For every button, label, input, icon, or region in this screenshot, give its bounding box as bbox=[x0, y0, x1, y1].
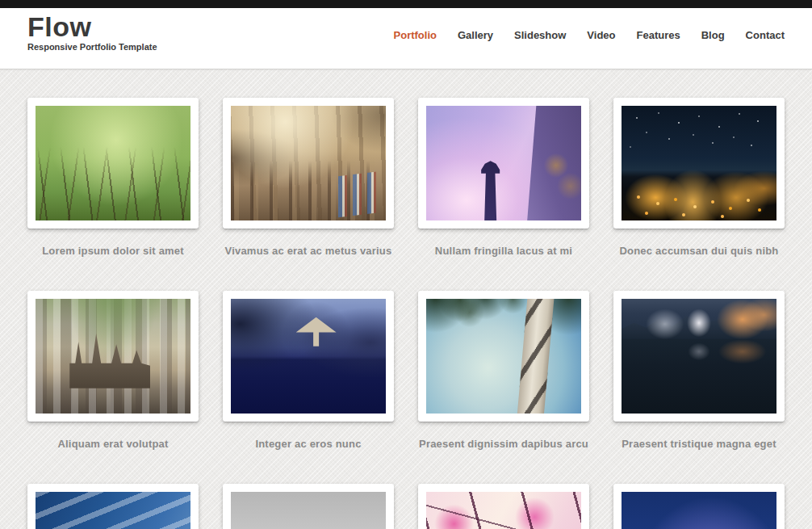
portfolio-item bbox=[223, 484, 394, 529]
thumbnail-night-city[interactable] bbox=[622, 106, 776, 220]
portfolio-item: Aliquam erat volutpat bbox=[27, 291, 199, 450]
portfolio-item: Vivamus ac erat ac metus varius bbox=[223, 98, 394, 257]
site-tagline: Responsive Portfolio Template bbox=[27, 42, 157, 52]
thumbnail-mountain-lake[interactable] bbox=[622, 299, 776, 414]
portfolio-caption[interactable]: Praesent tristique magna eget bbox=[613, 438, 785, 450]
thumbnail-blue-glow[interactable] bbox=[622, 492, 776, 529]
top-accent-bar bbox=[0, 0, 812, 8]
thumbnail-cherry-blossom[interactable] bbox=[426, 492, 581, 529]
portfolio-item: Praesent dignissim dapibus arcu bbox=[418, 291, 589, 450]
nav-item-portfolio[interactable]: Portfolio bbox=[394, 29, 437, 41]
nav-item-slideshow[interactable]: Slideshow bbox=[514, 29, 566, 41]
portfolio-caption[interactable]: Nullam fringilla lacus at mi bbox=[418, 245, 589, 257]
portfolio-item bbox=[418, 484, 589, 529]
portfolio-card[interactable] bbox=[27, 484, 199, 529]
thumbnail-evening-pool[interactable] bbox=[231, 299, 386, 414]
portfolio-card[interactable] bbox=[27, 98, 199, 229]
site-logo[interactable]: Flow bbox=[27, 12, 157, 41]
portfolio-caption[interactable]: Lorem ipsum dolor sit amet bbox=[27, 245, 199, 257]
portfolio-card[interactable] bbox=[223, 484, 394, 529]
portfolio-card[interactable] bbox=[418, 484, 589, 529]
portfolio-card[interactable] bbox=[613, 291, 785, 422]
nav-item-blog[interactable]: Blog bbox=[701, 29, 725, 41]
main-nav: Portfolio Gallery Slideshow Video Featur… bbox=[373, 8, 785, 41]
portfolio-item: Donec accumsan dui quis nibh bbox=[613, 98, 785, 257]
portfolio-item bbox=[27, 484, 199, 529]
nav-item-features[interactable]: Features bbox=[637, 29, 680, 41]
portfolio-page: Lorem ipsum dolor sit amet Vivamus ac er… bbox=[0, 69, 812, 529]
thumbnail-grayscale-church[interactable] bbox=[231, 492, 386, 529]
portfolio-item: Praesent tristique magna eget bbox=[613, 291, 785, 450]
portfolio-card[interactable] bbox=[613, 98, 785, 229]
portfolio-card[interactable] bbox=[27, 291, 199, 422]
portfolio-card[interactable] bbox=[418, 291, 589, 422]
nav-item-gallery[interactable]: Gallery bbox=[458, 29, 493, 41]
portfolio-card[interactable] bbox=[613, 484, 785, 529]
portfolio-item bbox=[613, 484, 785, 529]
brand: Flow Responsive Portfolio Template bbox=[27, 8, 157, 52]
portfolio-card[interactable] bbox=[223, 291, 394, 422]
site-header: Flow Responsive Portfolio Template Portf… bbox=[0, 8, 812, 69]
portfolio-card[interactable] bbox=[223, 98, 394, 229]
nav-item-contact[interactable]: Contact bbox=[746, 29, 785, 41]
thumbnail-grass-macro[interactable] bbox=[36, 106, 190, 220]
portfolio-caption[interactable]: Integer ac eros nunc bbox=[223, 438, 394, 450]
thumbnail-purple-tower[interactable] bbox=[426, 106, 581, 220]
portfolio-card[interactable] bbox=[418, 98, 589, 229]
nav-item-video[interactable]: Video bbox=[587, 29, 615, 41]
portfolio-caption[interactable]: Praesent dignissim dapibus arcu bbox=[418, 438, 589, 450]
portfolio-caption[interactable]: Vivamus ac erat ac metus varius bbox=[223, 245, 394, 257]
portfolio-item: Lorem ipsum dolor sit amet bbox=[27, 98, 199, 257]
portfolio-item: Nullam fringilla lacus at mi bbox=[418, 98, 589, 257]
portfolio-grid: Lorem ipsum dolor sit amet Vivamus ac er… bbox=[27, 98, 785, 529]
thumbnail-blue-sky-clouds[interactable] bbox=[36, 492, 190, 529]
thumbnail-tilt-shift-town[interactable] bbox=[36, 299, 190, 414]
portfolio-caption[interactable]: Donec accumsan dui quis nibh bbox=[613, 245, 785, 257]
thumbnail-birch-sky[interactable] bbox=[426, 299, 581, 414]
portfolio-caption[interactable]: Aliquam erat volutpat bbox=[27, 438, 199, 450]
thumbnail-cathedral-interior[interactable] bbox=[231, 106, 386, 220]
portfolio-item: Integer ac eros nunc bbox=[223, 291, 394, 450]
